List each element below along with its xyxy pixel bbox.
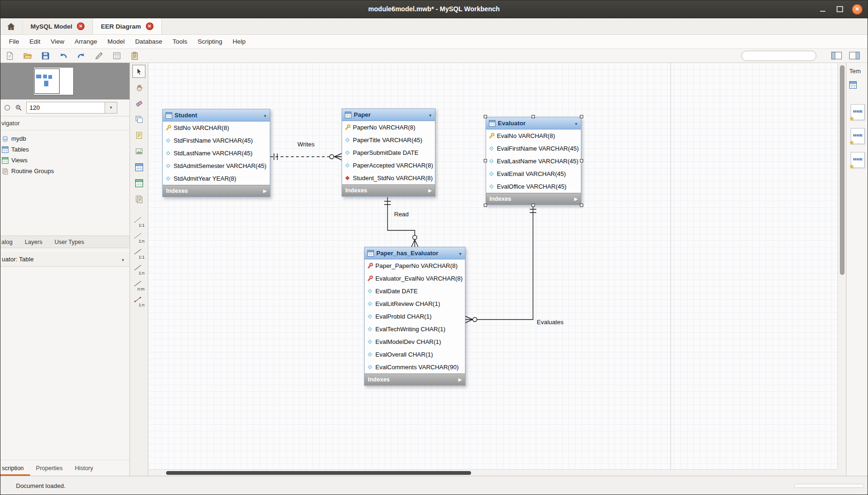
menu-model[interactable]: Model (102, 35, 130, 49)
table-template-icon[interactable] (849, 81, 857, 89)
er-table-header[interactable]: Paper_has_Evaluator (365, 247, 465, 259)
birdseye-viewport[interactable] (34, 69, 60, 94)
menu-view[interactable]: View (46, 35, 69, 49)
model-file-icon[interactable]: MWB★ (851, 152, 865, 168)
tab-properties[interactable]: Properties (30, 460, 69, 476)
er-table-student[interactable]: StudentStdNo VARCHAR(8)StdFirstName VARC… (162, 109, 270, 197)
selection-combo[interactable]: uator: Table (0, 252, 129, 267)
er-indexes-bar[interactable]: Indexes (365, 373, 465, 385)
close-icon[interactable] (146, 23, 153, 30)
new-document-button[interactable] (5, 51, 15, 61)
rel-tool-1-n-existing[interactable]: 1:n (132, 295, 145, 308)
er-column[interactable]: PaperAccepted VARCHAR(8) (342, 159, 435, 172)
selection-handle[interactable] (484, 204, 487, 207)
relationship-read[interactable] (384, 197, 418, 247)
relationship-writes[interactable] (270, 153, 342, 160)
zoom-dropdown-arrow-icon[interactable] (105, 102, 117, 114)
collapse-arrow-icon[interactable] (428, 111, 432, 118)
tree-item-views[interactable]: Views (0, 155, 129, 166)
er-column[interactable]: EvalNo VARCHAR(8) (486, 129, 581, 142)
vertical-scrollbar-thumb[interactable] (840, 65, 845, 275)
tab-layers[interactable]: Layers (25, 239, 43, 245)
menu-database[interactable]: Database (130, 35, 168, 49)
redo-button[interactable] (76, 51, 86, 61)
er-column[interactable]: PaperTitle VARCHAR(45) (342, 134, 435, 146)
home-tab[interactable] (0, 18, 23, 34)
er-column[interactable]: EvalProbId CHAR(1) (365, 310, 465, 323)
selection-handle[interactable] (532, 204, 535, 207)
tool-pan[interactable] (132, 81, 145, 94)
close-icon[interactable] (77, 23, 84, 30)
vertical-scrollbar[interactable] (838, 63, 846, 469)
collapse-arrow-icon[interactable] (458, 250, 462, 257)
edit-button[interactable] (94, 51, 104, 61)
tool-place-view[interactable] (132, 176, 145, 190)
tab-scription[interactable]: scription (0, 460, 30, 476)
grid-button[interactable] (112, 51, 122, 61)
tool-select[interactable] (132, 65, 145, 78)
er-table-header[interactable]: Student (163, 109, 270, 122)
tree-item-tables[interactable]: Tables (0, 144, 129, 155)
horizontal-scrollbar[interactable] (148, 469, 838, 476)
statusbar-scrollbar[interactable] (794, 484, 864, 488)
er-indexes-bar[interactable]: Indexes (342, 184, 435, 196)
diagram-canvas[interactable]: StudentStdNo VARCHAR(8)StdFirstName VARC… (148, 63, 838, 469)
er-column[interactable]: StdAdmitSemester VARCHAR(45) (163, 160, 270, 172)
open-folder-button[interactable] (23, 51, 33, 61)
tool-place-layer[interactable] (132, 113, 145, 126)
tool-place-table[interactable] (132, 160, 145, 174)
menu-edit[interactable]: Edit (24, 35, 46, 49)
tool-place-note[interactable] (132, 129, 145, 142)
er-column[interactable]: PaperSubmitDate DATE (342, 146, 435, 159)
menu-tools[interactable]: Tools (168, 35, 193, 49)
undo-button[interactable] (58, 51, 69, 61)
rel-tool-n-m-solid[interactable]: n:m (132, 279, 145, 292)
er-column[interactable]: StdLastName VARCHAR(45) (163, 147, 270, 160)
menu-scripting[interactable]: Scripting (192, 35, 228, 49)
er-column[interactable]: Student_StdNo VARCHAR(8) (342, 172, 435, 184)
er-column[interactable]: PaperNo VARCHAR(8) (342, 121, 435, 134)
er-indexes-bar[interactable]: Indexes (486, 193, 581, 205)
menu-arrange[interactable]: Arrange (69, 35, 102, 49)
tab-eer-diagram[interactable]: EER Diagram (92, 18, 162, 34)
er-column[interactable]: Paper_PaperNo VARCHAR(8) (365, 259, 465, 272)
search-input[interactable] (748, 53, 821, 59)
er-column[interactable]: EvalOffice VARCHAR(45) (486, 180, 581, 193)
selection-handle[interactable] (580, 159, 583, 162)
er-column[interactable]: EvalModelDev CHAR(1) (365, 335, 465, 348)
collapse-arrow-icon[interactable] (263, 112, 267, 119)
clipboard-button[interactable] (129, 51, 140, 61)
tool-place-image[interactable] (132, 145, 145, 158)
toggle-left-panel-button[interactable] (830, 51, 844, 61)
selection-handle[interactable] (484, 115, 487, 118)
er-column[interactable]: EvalDate DATE (365, 285, 465, 297)
selection-handle[interactable] (580, 204, 583, 207)
selection-handle[interactable] (484, 159, 487, 162)
zoom-reset-icon[interactable] (4, 104, 11, 111)
tab-alog[interactable]: alog (1, 239, 13, 245)
birdseye-view[interactable] (0, 63, 129, 99)
rel-tool-1-1-dashed[interactable]: 1:1 (132, 215, 145, 228)
er-column[interactable]: EvalLastName VARCHAR(45) (486, 155, 581, 168)
er-column[interactable]: StdNo VARCHAR(8) (163, 122, 270, 134)
toggle-right-panel-button[interactable] (847, 51, 861, 61)
selection-handle[interactable] (532, 115, 535, 118)
menu-help[interactable]: Help (228, 35, 251, 49)
rel-tool-1-n-dashed[interactable]: 1:n (132, 231, 145, 244)
er-column[interactable]: EvalOverall CHAR(1) (365, 348, 465, 361)
er-table-paper[interactable]: PaperPaperNo VARCHAR(8)PaperTitle VARCHA… (342, 108, 435, 197)
tab-history[interactable]: History (69, 460, 99, 476)
er-table-header[interactable]: Paper (342, 109, 435, 121)
close-button[interactable] (852, 4, 862, 15)
er-column[interactable]: EvalLitReview CHAR(1) (365, 297, 465, 310)
rel-tool-1-n-solid[interactable]: 1:n (132, 263, 145, 276)
selection-handle[interactable] (580, 115, 583, 118)
er-column[interactable]: EvalEmail VARCHAR(45) (486, 168, 581, 180)
er-table-header[interactable]: Evaluator (486, 117, 581, 129)
relationship-evaluates[interactable] (465, 206, 536, 323)
rel-tool-1-1-solid[interactable]: 1:1 (132, 247, 145, 260)
minimize-button[interactable] (817, 4, 828, 15)
model-file-icon[interactable]: MWB★ (851, 104, 865, 120)
tool-place-routine-group[interactable] (132, 192, 145, 206)
maximize-button[interactable] (835, 4, 845, 15)
